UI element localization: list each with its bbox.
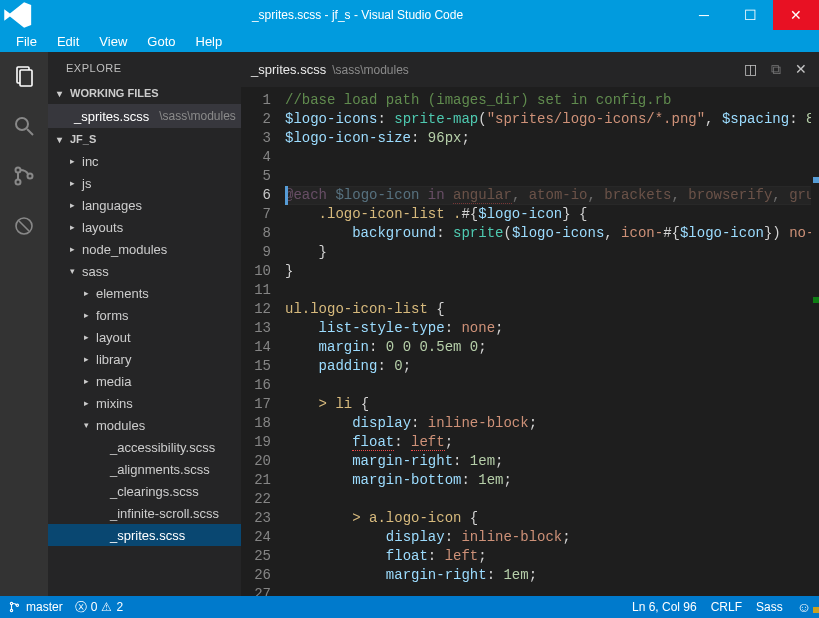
line-number-gutter: 1234567891011121314151617181920212223242… bbox=[241, 87, 285, 596]
status-position[interactable]: Ln 6, Col 96 bbox=[632, 600, 697, 614]
svg-point-4 bbox=[16, 168, 21, 173]
menu-edit[interactable]: Edit bbox=[47, 32, 89, 51]
error-icon: ⓧ bbox=[75, 599, 87, 616]
tree-item[interactable]: ▾modules bbox=[48, 414, 241, 436]
split-editor-icon[interactable]: ◫ bbox=[744, 61, 757, 78]
tree-item[interactable]: ▸elements bbox=[48, 282, 241, 304]
status-bar: master ⓧ0 ⚠2 Ln 6, Col 96 CRLF Sass ☺ bbox=[0, 596, 819, 618]
open-editor-item[interactable]: _sprites.scss \sass\modules bbox=[48, 104, 241, 128]
project-header[interactable]: ▾JF_S bbox=[48, 128, 241, 150]
status-eol[interactable]: CRLF bbox=[711, 600, 742, 614]
tree-item[interactable]: ▸mixins bbox=[48, 392, 241, 414]
tree-item[interactable]: _sprites.scss bbox=[48, 524, 241, 546]
tree-item[interactable]: ▸languages bbox=[48, 194, 241, 216]
tree-item[interactable]: ▸js bbox=[48, 172, 241, 194]
working-files-header[interactable]: ▾WORKING FILES bbox=[48, 82, 241, 104]
menu-bar: FileEditViewGotoHelp bbox=[0, 30, 819, 52]
vscode-icon bbox=[0, 0, 34, 32]
window-minimize-button[interactable]: ─ bbox=[681, 0, 727, 30]
svg-point-6 bbox=[28, 174, 33, 179]
editor-tab-file[interactable]: _sprites.scss bbox=[251, 62, 326, 77]
menu-help[interactable]: Help bbox=[186, 32, 233, 51]
menu-view[interactable]: View bbox=[89, 32, 137, 51]
activity-bar bbox=[0, 52, 48, 596]
svg-line-8 bbox=[19, 221, 29, 231]
tree-item[interactable]: ▸layout bbox=[48, 326, 241, 348]
feedback-icon[interactable]: ☺ bbox=[797, 599, 811, 615]
search-icon[interactable] bbox=[10, 112, 38, 140]
sidebar-title: EXPLORE bbox=[48, 52, 241, 82]
editor-area: _sprites.scss \sass\modules ◫ ⧉ ✕ 123456… bbox=[241, 52, 819, 596]
menu-goto[interactable]: Goto bbox=[137, 32, 185, 51]
svg-point-10 bbox=[10, 609, 12, 611]
tree-item[interactable]: ▾sass bbox=[48, 260, 241, 282]
open-editor-dir: \sass\modules bbox=[159, 109, 236, 123]
tree-item[interactable]: ▸library bbox=[48, 348, 241, 370]
status-language[interactable]: Sass bbox=[756, 600, 783, 614]
overview-ruler[interactable] bbox=[811, 87, 819, 596]
debug-icon[interactable] bbox=[10, 212, 38, 240]
tree-item[interactable]: _alignments.scss bbox=[48, 458, 241, 480]
window-title: _sprites.scss - jf_s - Visual Studio Cod… bbox=[34, 8, 681, 22]
tree-item[interactable]: ▸node_modules bbox=[48, 238, 241, 260]
svg-rect-1 bbox=[20, 70, 32, 86]
tree-item[interactable]: ▸forms bbox=[48, 304, 241, 326]
tree-item[interactable]: _clearings.scss bbox=[48, 480, 241, 502]
sidebar-explorer: EXPLORE ▾WORKING FILES _sprites.scss \sa… bbox=[48, 52, 241, 596]
warning-icon: ⚠ bbox=[101, 600, 112, 614]
tree-item[interactable]: ▸media bbox=[48, 370, 241, 392]
editor-body[interactable]: 1234567891011121314151617181920212223242… bbox=[241, 87, 819, 596]
status-problems[interactable]: ⓧ0 ⚠2 bbox=[75, 599, 123, 616]
tree-item[interactable]: _accessibility.scss bbox=[48, 436, 241, 458]
svg-point-9 bbox=[10, 602, 12, 604]
svg-line-3 bbox=[27, 129, 33, 135]
explorer-icon[interactable] bbox=[10, 62, 38, 90]
status-branch[interactable]: master bbox=[8, 600, 63, 614]
window-titlebar: _sprites.scss - jf_s - Visual Studio Cod… bbox=[0, 0, 819, 30]
editor-tab-bar: _sprites.scss \sass\modules ◫ ⧉ ✕ bbox=[241, 52, 819, 87]
editor-tab-dir: \sass\modules bbox=[332, 63, 409, 77]
switch-editor-icon[interactable]: ⧉ bbox=[771, 61, 781, 78]
tree-item[interactable]: ▸layouts bbox=[48, 216, 241, 238]
tree-item[interactable]: _infinite-scroll.scss bbox=[48, 502, 241, 524]
open-editor-file: _sprites.scss bbox=[74, 109, 149, 124]
svg-point-5 bbox=[16, 180, 21, 185]
tree-item[interactable]: ▸inc bbox=[48, 150, 241, 172]
code-content[interactable]: //base load path (images_dir) set in con… bbox=[285, 87, 819, 596]
window-maximize-button[interactable]: ☐ bbox=[727, 0, 773, 30]
menu-file[interactable]: File bbox=[6, 32, 47, 51]
window-close-button[interactable]: ✕ bbox=[773, 0, 819, 30]
source-control-icon[interactable] bbox=[10, 162, 38, 190]
close-editor-icon[interactable]: ✕ bbox=[795, 61, 807, 78]
svg-point-2 bbox=[16, 118, 28, 130]
